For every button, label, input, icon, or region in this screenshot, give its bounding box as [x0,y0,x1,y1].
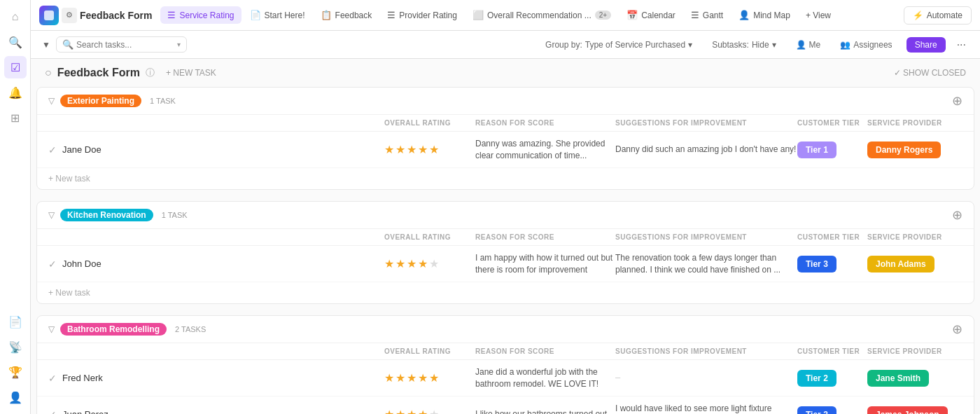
suggestion-text: Danny did such an amazing job I don't ha… [615,144,797,156]
section-add-exterior-painting[interactable]: ⊕ [952,95,962,107]
section-count-kitchen-renovation: 1 TASK [162,211,188,219]
overall-rec-badge: 2+ [595,11,611,20]
section-toggle-exterior-painting[interactable]: ▽ [48,96,55,106]
check-icon: ✓ [48,258,57,270]
toolbar: ▼ 🔍 ▾ Group by: Type of Service Purchase… [31,31,980,59]
new-task-button[interactable]: + NEW TASK [160,66,222,80]
app-title: Feedback Form [80,10,152,21]
tab-service-rating[interactable]: ☰ Service Rating [160,6,241,24]
tab-calendar[interactable]: 📅 Calendar [620,6,682,24]
gear-button[interactable]: ⚙ [62,8,77,23]
section-header-bathroom: ▽ Bathroom Remodelling 2 TASKS ⊕ [37,316,974,343]
sidebar-icon-bell[interactable]: 🔔 [4,81,27,104]
check-icon: ✓ [48,409,57,415]
col-headers-bathroom: OVERALL RATING REASON FOR SCORE SUGGESTI… [37,343,974,360]
search-input[interactable] [76,40,174,50]
me-button[interactable]: 👤 Me [790,38,827,52]
col-headers: OVERALL RATING REASON FOR SCORE SUGGESTI… [37,115,974,132]
provider-badge: Jane Smith [867,370,929,387]
section-exterior-painting: ▽ Exterior Painting 1 TASK ⊕ OVERALL RAT… [36,87,974,190]
section-count-bathroom: 2 TASKS [175,325,206,333]
sidebar-icon-search[interactable]: 🔍 [4,31,27,53]
star-1: ★ [384,371,394,385]
star-2: ★ [396,257,405,270]
group-by-value: Type of Service Purchased [585,40,685,50]
task-name[interactable]: John Doe [62,258,102,269]
section-label-bathroom: Bathroom Remodelling [60,323,167,336]
sidebar-icon-grid[interactable]: ⊞ [4,106,27,129]
provider-badge: Danny Rogers [867,142,941,158]
subtasks-button[interactable]: Subtasks: Hide ▾ [706,38,781,52]
star-2: ★ [396,371,405,385]
tab-provider-rating[interactable]: ☰ Provider Rating [380,6,464,24]
task-name[interactable]: Fred Nerk [62,373,103,383]
tab-overall-recommendation[interactable]: ⬜ Overall Recommendation ... 2+ [465,6,618,24]
star-1: ★ [384,143,394,156]
tab-feedback[interactable]: 📋 Feedback [314,6,379,24]
sidebar-icon-tasks[interactable]: ☑ [4,56,27,78]
page-title: Feedback Form [57,67,140,79]
tab-start-here[interactable]: 📄 Start Here! [243,6,312,24]
star-4: ★ [418,257,428,270]
share-label: Share [915,40,937,50]
table-row: ✓ Juan Perez ★ ★ ★ ★ ★ I like how our ba… [37,396,974,414]
tab-gantt[interactable]: ☰ Gantt [684,6,730,24]
page-info-icon: ⓘ [146,67,155,79]
section-toggle-bathroom[interactable]: ▽ [48,324,55,334]
section-add-bathroom[interactable]: ⊕ [952,323,962,336]
subtasks-label: Subtasks: [712,40,749,50]
subtasks-value: Hide [752,40,769,50]
provider-badge: James Johnson [867,406,948,414]
star-4: ★ [418,408,428,414]
filter-icon: ▼ [42,40,50,50]
section-toggle-kitchen-renovation[interactable]: ▽ [48,210,55,220]
sidebar-icon-trophy[interactable]: 🏆 [4,361,27,383]
group-by-button[interactable]: Group by: Type of Service Purchased ▾ [540,38,698,52]
reason-text: Danny was amazing. She provided clear co… [475,138,615,162]
sidebar-icon-home[interactable]: ⌂ [4,6,27,28]
task-name-cell: ✓ Jane Doe [48,144,384,156]
table-row: ✓ John Doe ★ ★ ★ ★ ★ I am happy with how… [37,246,974,282]
filter-button[interactable]: ▼ [42,40,50,50]
sidebar-icon-file[interactable]: 📄 [4,310,27,333]
tab-mind-map-label: Mind Map [753,11,790,20]
group-by-label: Group by: [545,40,582,50]
automate-icon: ⚡ [913,11,923,20]
col-header-tier: CUSTOMER TIER [797,119,867,127]
top-nav: ⚙ Feedback Form ☰ Service Rating 📄 Start… [31,0,980,31]
search-chevron-icon: ▾ [177,41,181,48]
tier-badge: Tier 3 [797,256,836,272]
check-icon: ✓ [48,373,57,384]
task-name[interactable]: Juan Perez [62,409,108,414]
assignees-icon: 👥 [840,40,850,50]
star-1: ★ [384,257,394,270]
service-rating-icon: ☰ [167,10,176,20]
search-icon: 🔍 [62,39,74,50]
collapse-icon[interactable]: ○ [45,67,52,79]
sidebar-icon-user-plus[interactable]: 👤 [4,386,27,408]
star-5: ★ [429,371,439,385]
share-button[interactable]: Share [906,37,946,53]
add-task-exterior-painting[interactable]: + New task [37,168,974,189]
star-3: ★ [407,371,416,385]
star-3: ★ [407,408,416,414]
group-by-chevron-icon: ▾ [688,40,692,50]
sidebar-icon-broadcast[interactable]: 📡 [4,336,27,358]
check-icon: ✓ [48,144,57,156]
provider-rating-icon: ☰ [387,10,396,20]
automate-button[interactable]: ⚡ Automate [904,6,972,25]
task-name[interactable]: Jane Doe [62,144,102,155]
table-container: ▽ Exterior Painting 1 TASK ⊕ OVERALL RAT… [31,87,980,414]
show-closed-button[interactable]: ✓ SHOW CLOSED [894,68,966,78]
section-label-kitchen-renovation: Kitchen Renovation [60,209,153,221]
search-area: 🔍 ▾ [56,36,187,53]
add-view-button[interactable]: + View [799,7,838,24]
add-task-kitchen[interactable]: + New task [37,282,974,303]
assignees-button[interactable]: 👥 Assignees [834,38,897,52]
tab-mind-map[interactable]: 👤 Mind Map [732,6,797,24]
star-5: ★ [429,257,439,270]
section-header-exterior-painting: ▽ Exterior Painting 1 TASK ⊕ [37,88,974,115]
more-button[interactable]: ··· [954,39,969,51]
section-add-kitchen-renovation[interactable]: ⊕ [952,209,962,221]
calendar-icon: 📅 [626,10,638,20]
